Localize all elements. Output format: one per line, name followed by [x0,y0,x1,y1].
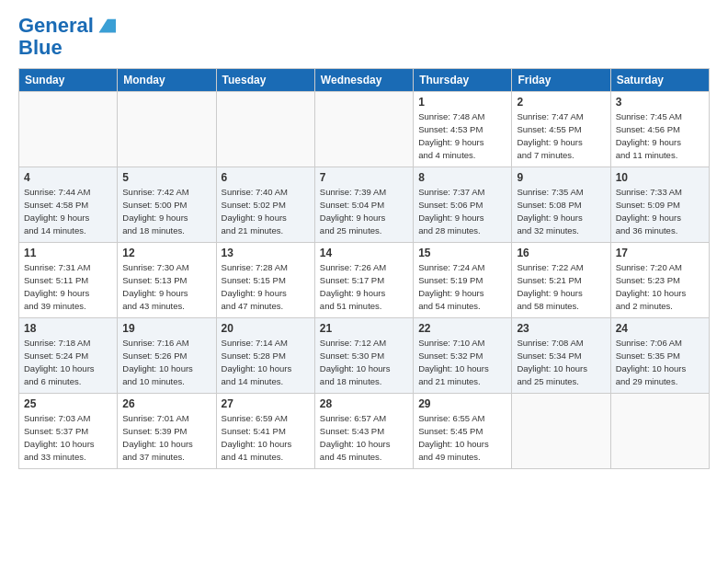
day-info: Sunrise: 7:42 AM Sunset: 5:00 PM Dayligh… [122,186,210,236]
calendar-cell: 29Sunrise: 6:55 AM Sunset: 5:45 PM Dayli… [414,394,512,469]
day-info: Sunrise: 7:45 AM Sunset: 4:56 PM Dayligh… [616,110,704,161]
calendar-cell: 4Sunrise: 7:44 AM Sunset: 4:58 PM Daylig… [19,167,118,243]
day-number: 11 [24,247,112,259]
day-number: 12 [122,247,210,259]
calendar-cell: 16Sunrise: 7:22 AM Sunset: 5:21 PM Dayli… [512,243,610,318]
calendar-cell: 12Sunrise: 7:30 AM Sunset: 5:13 PM Dayli… [118,243,216,318]
day-info: Sunrise: 7:10 AM Sunset: 5:32 PM Dayligh… [418,337,506,387]
day-info: Sunrise: 7:01 AM Sunset: 5:39 PM Dayligh… [122,412,210,463]
day-number: 24 [616,322,704,335]
calendar-cell: 15Sunrise: 7:24 AM Sunset: 5:19 PM Dayli… [414,243,512,318]
svg-marker-1 [99,19,116,33]
calendar-cell: 5Sunrise: 7:42 AM Sunset: 5:00 PM Daylig… [118,167,216,243]
day-number: 13 [222,247,310,259]
calendar-cell [314,92,413,167]
day-info: Sunrise: 7:06 AM Sunset: 5:35 PM Dayligh… [616,337,704,387]
day-number: 3 [616,96,704,109]
day-info: Sunrise: 7:28 AM Sunset: 5:15 PM Dayligh… [222,261,310,312]
day-info: Sunrise: 7:22 AM Sunset: 5:21 PM Dayligh… [517,261,605,312]
day-info: Sunrise: 7:47 AM Sunset: 4:55 PM Dayligh… [517,110,605,161]
calendar-cell: 7Sunrise: 7:39 AM Sunset: 5:04 PM Daylig… [314,167,413,243]
column-header-tuesday: Tuesday [216,69,314,92]
calendar-cell: 2Sunrise: 7:47 AM Sunset: 4:55 PM Daylig… [512,92,610,167]
calendar-cell: 8Sunrise: 7:37 AM Sunset: 5:06 PM Daylig… [414,167,512,243]
header: General Blue [18,15,710,59]
calendar-cell: 14Sunrise: 7:26 AM Sunset: 5:17 PM Dayli… [314,243,413,318]
day-info: Sunrise: 7:18 AM Sunset: 5:24 PM Dayligh… [24,337,112,387]
calendar-cell [512,394,610,469]
day-number: 28 [320,397,408,410]
column-header-saturday: Saturday [610,69,709,92]
logo-icon [96,16,116,36]
calendar-week-row: 1Sunrise: 7:48 AM Sunset: 4:53 PM Daylig… [19,92,710,167]
page: General Blue SundayMond [0,0,728,478]
day-info: Sunrise: 7:08 AM Sunset: 5:34 PM Dayligh… [517,337,605,387]
calendar-cell: 21Sunrise: 7:12 AM Sunset: 5:30 PM Dayli… [314,318,413,394]
calendar-cell: 26Sunrise: 7:01 AM Sunset: 5:39 PM Dayli… [118,394,216,469]
day-info: Sunrise: 7:40 AM Sunset: 5:02 PM Dayligh… [222,186,310,236]
logo: General Blue [18,15,116,59]
day-number: 22 [418,322,506,335]
calendar-cell: 18Sunrise: 7:18 AM Sunset: 5:24 PM Dayli… [19,318,118,394]
day-info: Sunrise: 7:20 AM Sunset: 5:23 PM Dayligh… [616,261,704,312]
calendar-cell: 9Sunrise: 7:35 AM Sunset: 5:08 PM Daylig… [512,167,610,243]
calendar-cell: 6Sunrise: 7:40 AM Sunset: 5:02 PM Daylig… [216,167,314,243]
day-number: 23 [517,322,605,335]
day-info: Sunrise: 7:44 AM Sunset: 4:58 PM Dayligh… [24,186,112,236]
day-number: 4 [24,171,112,184]
day-number: 16 [517,247,605,259]
day-info: Sunrise: 7:16 AM Sunset: 5:26 PM Dayligh… [122,337,210,387]
calendar-week-row: 25Sunrise: 7:03 AM Sunset: 5:37 PM Dayli… [19,394,710,469]
day-info: Sunrise: 7:33 AM Sunset: 5:09 PM Dayligh… [616,186,704,236]
day-number: 27 [222,397,310,410]
day-number: 19 [122,322,210,335]
day-number: 6 [222,171,310,184]
day-info: Sunrise: 7:03 AM Sunset: 5:37 PM Dayligh… [24,412,112,463]
day-number: 25 [24,397,112,410]
calendar-cell: 19Sunrise: 7:16 AM Sunset: 5:26 PM Dayli… [118,318,216,394]
day-number: 9 [517,171,605,184]
calendar-week-row: 11Sunrise: 7:31 AM Sunset: 5:11 PM Dayli… [19,243,710,318]
calendar-cell: 17Sunrise: 7:20 AM Sunset: 5:23 PM Dayli… [610,243,709,318]
column-header-friday: Friday [512,69,610,92]
day-info: Sunrise: 6:57 AM Sunset: 5:43 PM Dayligh… [320,412,408,463]
day-info: Sunrise: 7:31 AM Sunset: 5:11 PM Dayligh… [24,261,112,312]
day-number: 7 [320,171,408,184]
calendar-cell [118,92,216,167]
calendar-week-row: 18Sunrise: 7:18 AM Sunset: 5:24 PM Dayli… [19,318,710,394]
calendar-cell [610,394,709,469]
calendar-cell [19,92,118,167]
day-info: Sunrise: 7:35 AM Sunset: 5:08 PM Dayligh… [517,186,605,236]
day-number: 10 [616,171,704,184]
day-info: Sunrise: 6:55 AM Sunset: 5:45 PM Dayligh… [418,412,506,463]
day-number: 14 [320,247,408,259]
column-header-thursday: Thursday [414,69,512,92]
day-number: 8 [418,171,506,184]
day-info: Sunrise: 7:14 AM Sunset: 5:28 PM Dayligh… [222,337,310,387]
day-number: 21 [320,322,408,335]
day-info: Sunrise: 7:48 AM Sunset: 4:53 PM Dayligh… [418,110,506,161]
day-number: 1 [418,96,506,109]
calendar-cell: 28Sunrise: 6:57 AM Sunset: 5:43 PM Dayli… [314,394,413,469]
calendar-cell: 23Sunrise: 7:08 AM Sunset: 5:34 PM Dayli… [512,318,610,394]
calendar-cell: 1Sunrise: 7:48 AM Sunset: 4:53 PM Daylig… [414,92,512,167]
column-header-wednesday: Wednesday [314,69,413,92]
logo-text: General [18,15,94,37]
calendar-cell: 24Sunrise: 7:06 AM Sunset: 5:35 PM Dayli… [610,318,709,394]
day-number: 26 [122,397,210,410]
calendar-cell [216,92,314,167]
calendar-cell: 22Sunrise: 7:10 AM Sunset: 5:32 PM Dayli… [414,318,512,394]
day-info: Sunrise: 7:26 AM Sunset: 5:17 PM Dayligh… [320,261,408,312]
day-number: 15 [418,247,506,259]
day-info: Sunrise: 7:37 AM Sunset: 5:06 PM Dayligh… [418,186,506,236]
column-header-sunday: Sunday [19,69,118,92]
day-number: 18 [24,322,112,335]
column-header-monday: Monday [118,69,216,92]
day-number: 5 [122,171,210,184]
day-info: Sunrise: 7:12 AM Sunset: 5:30 PM Dayligh… [320,337,408,387]
day-number: 20 [222,322,310,335]
day-number: 29 [418,397,506,410]
day-number: 17 [616,247,704,259]
day-number: 2 [517,96,605,109]
day-info: Sunrise: 7:24 AM Sunset: 5:19 PM Dayligh… [418,261,506,312]
